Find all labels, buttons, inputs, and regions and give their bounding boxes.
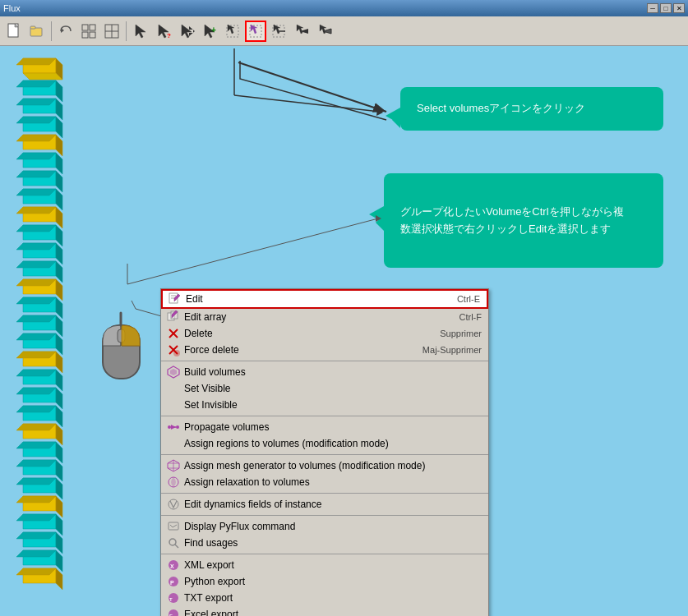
assign-relaxation-icon	[166, 475, 181, 490]
minimize-button[interactable]: ─	[647, 3, 658, 13]
svg-line-151	[175, 545, 178, 548]
toolbar-btn-select-volumes[interactable]	[245, 21, 266, 42]
svg-marker-43	[56, 117, 62, 138]
svg-point-150	[169, 539, 176, 545]
separator-1	[161, 361, 488, 361]
menu-item-excel-export[interactable]: E Excel export	[161, 606, 488, 616]
menu-item-python-export[interactable]: P Python export	[161, 573, 488, 590]
toolbar-btn-tool8[interactable]	[268, 21, 289, 42]
svg-marker-36	[16, 80, 56, 87]
svg-marker-42	[16, 117, 56, 123]
toolbar-btn-grid2[interactable]	[101, 21, 122, 42]
separator-2	[161, 416, 488, 416]
menu-item-txt-export[interactable]: T TXT export	[161, 590, 488, 606]
menu-item-display-pyflux[interactable]: Display PyFlux command	[161, 518, 488, 535]
toolbar-btn-plus[interactable]: +	[199, 21, 220, 42]
svg-marker-100	[56, 460, 62, 481]
set-visible-label: Set Visible	[184, 383, 230, 394]
menu-item-xml-export[interactable]: X XML export	[161, 557, 488, 573]
toolbar-btn-open[interactable]	[26, 21, 48, 42]
svg-marker-91	[56, 406, 62, 427]
window-title: Flux	[3, 3, 21, 13]
svg-rect-6	[90, 25, 95, 30]
svg-line-149	[173, 525, 177, 527]
assign-regions-label: Assign regions to volumes (modification …	[184, 438, 389, 449]
svg-marker-85	[56, 370, 62, 391]
menu-item-edit-array[interactable]: Edit array Ctrl-F	[161, 309, 488, 325]
svg-marker-111	[16, 532, 56, 539]
svg-marker-66	[16, 261, 56, 268]
toolbar-btn-tool10[interactable]	[314, 21, 335, 42]
svg-rect-8	[90, 32, 95, 38]
assign-mesh-label: Assign mesh generator to volumes (modifi…	[184, 460, 425, 471]
set-invisible-label: Set Invisible	[184, 399, 238, 411]
menu-item-edit[interactable]: Edit Ctrl-E	[161, 289, 488, 309]
edit-icon	[168, 292, 182, 306]
toolbar-btn-cursor[interactable]	[130, 21, 151, 42]
excel-export-label: Excel export	[184, 609, 238, 616]
close-button[interactable]: ✕	[673, 3, 685, 13]
txt-export-label: TXT export	[184, 592, 233, 604]
svg-text:X: X	[170, 563, 174, 569]
toolbar-btn-tool9[interactable]	[291, 21, 312, 42]
svg-marker-136	[170, 369, 177, 375]
toolbar-btn-arrow-right[interactable]	[176, 21, 197, 42]
svg-line-119	[238, 62, 386, 112]
menu-item-delete[interactable]: Delete Supprimer	[161, 325, 488, 342]
svg-marker-55	[56, 189, 62, 210]
svg-marker-12	[136, 25, 145, 38]
svg-marker-60	[16, 225, 56, 232]
build-volumes-label: Build volumes	[184, 366, 246, 378]
svg-line-166	[127, 218, 378, 284]
toolbar-btn-undo[interactable]	[55, 21, 76, 42]
svg-marker-4	[61, 28, 64, 33]
svg-marker-15	[182, 25, 192, 38]
svg-marker-118	[56, 568, 62, 590]
menu-item-set-visible[interactable]: Set Visible	[161, 380, 488, 397]
menu-item-find-usages[interactable]: Find usages	[161, 535, 488, 551]
find-usages-label: Find usages	[184, 537, 238, 549]
menu-item-edit-dynamics[interactable]: Edit dynamics fields of instance	[161, 496, 488, 513]
python-export-label: Python export	[184, 576, 245, 587]
menu-item-propagate[interactable]: Propagate volumes	[161, 419, 488, 435]
find-usages-icon	[166, 536, 181, 550]
svg-marker-115	[56, 550, 62, 572]
svg-point-134	[173, 350, 180, 356]
toolbar-btn-select-box[interactable]	[222, 21, 243, 42]
toolbar-btn-question[interactable]: ?	[153, 21, 174, 42]
toolbar-btn-new[interactable]	[3, 21, 25, 42]
svg-marker-81	[16, 352, 56, 358]
toolbar-sep-2	[126, 21, 127, 41]
svg-marker-40	[56, 99, 62, 120]
svg-text:T: T	[169, 597, 173, 602]
separator-3	[161, 454, 488, 455]
svg-marker-49	[56, 153, 62, 174]
svg-marker-96	[16, 442, 56, 448]
speech-bubble-1: Select volumesアイコンをクリック	[400, 87, 663, 131]
delete-label: Delete	[184, 328, 213, 339]
maximize-button[interactable]: □	[660, 3, 672, 13]
svg-marker-57	[16, 207, 56, 214]
svg-marker-106	[56, 496, 62, 517]
edit-shortcut: Ctrl-E	[457, 294, 480, 304]
svg-marker-112	[56, 532, 62, 554]
menu-item-set-invisible[interactable]: Set Invisible	[161, 397, 488, 413]
svg-marker-61	[56, 225, 62, 246]
svg-point-137	[168, 425, 171, 429]
svg-marker-34	[23, 73, 62, 80]
python-export-icon: P	[166, 574, 181, 589]
svg-marker-82	[56, 352, 62, 373]
toolbar: ? +	[0, 16, 688, 46]
xml-export-icon: X	[166, 558, 181, 572]
svg-line-163	[234, 95, 380, 112]
menu-item-build-volumes[interactable]: Build volumes	[161, 364, 488, 380]
menu-item-assign-relaxation[interactable]: Assign relaxation to volumes	[161, 474, 488, 490]
toolbar-btn-grid1[interactable]	[78, 21, 99, 42]
svg-marker-84	[16, 370, 56, 376]
menu-item-assign-regions[interactable]: Assign regions to volumes (modification …	[161, 435, 488, 452]
svg-text:+: +	[211, 25, 216, 34]
svg-marker-99	[16, 460, 56, 467]
menu-item-assign-mesh[interactable]: Assign mesh generator to volumes (modifi…	[161, 457, 488, 474]
menu-item-force-delete[interactable]: Force delete Maj-Supprimer	[161, 342, 488, 358]
svg-marker-46	[56, 135, 62, 156]
